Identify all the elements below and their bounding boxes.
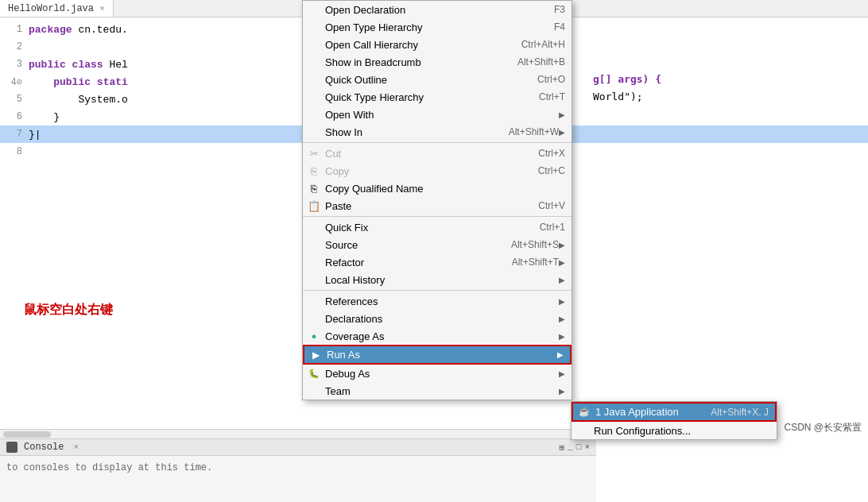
- line-num-3: 3: [3, 59, 22, 70]
- menu-item-open-declaration-label: Open Declaration: [325, 4, 554, 16]
- menu-item-run-as[interactable]: ▶ Run As ▶: [303, 345, 572, 365]
- menu-item-open-type-hierarchy-shortcut: F4: [554, 21, 565, 33]
- menu-item-open-call-hierarchy-label: Open Call Hierarchy: [325, 39, 521, 51]
- menu-item-open-type-hierarchy[interactable]: Open Type Hierarchy F4: [303, 18, 572, 36]
- menu-item-open-type-hierarchy-label: Open Type Hierarchy: [325, 21, 554, 33]
- menu-item-show-breadcrumb-shortcut: Alt+Shift+B: [517, 56, 565, 68]
- menu-item-cut-label: Cut: [325, 148, 538, 160]
- console-toolbar: ⊞ _ □ ×: [560, 442, 590, 453]
- menu-item-show-in-label: Show In: [325, 126, 509, 138]
- menu-item-debug-as[interactable]: 🐛 Debug As ▶: [303, 365, 572, 382]
- menu-item-copy-qualified-name-label: Copy Qualified Name: [325, 183, 565, 195]
- menu-item-show-breadcrumb[interactable]: Show in Breadcrumb Alt+Shift+B: [303, 53, 572, 71]
- line-num-2: 2: [3, 41, 22, 52]
- menu-item-show-breadcrumb-label: Show in Breadcrumb: [325, 56, 517, 68]
- paste-icon: 📋: [306, 200, 322, 212]
- menu-item-cut[interactable]: ✂ Cut Ctrl+X: [303, 145, 572, 162]
- right-line-2: [590, 35, 868, 52]
- menu-item-run-as-label: Run As: [327, 349, 557, 361]
- menu-item-quick-fix-label: Quick Fix: [325, 222, 540, 234]
- menu-item-declarations[interactable]: Declarations ▶: [303, 310, 572, 327]
- menu-item-refactor-shortcut: Alt+Shift+T: [512, 257, 559, 268]
- menu-item-open-declaration[interactable]: Open Declaration F3: [303, 1, 572, 18]
- menu-item-source-arrow: ▶: [559, 241, 565, 249]
- submenu-run-configurations[interactable]: Run Configurations...: [572, 422, 777, 439]
- right-line-3: [590, 52, 868, 70]
- editor-tab[interactable]: HelloWorld.java ×: [0, 0, 114, 17]
- menu-item-paste-shortcut: Ctrl+V: [538, 200, 565, 211]
- run-icon: ▶: [308, 349, 324, 361]
- submenu-java-application[interactable]: ☕ 1 Java Application Alt+Shift+X, J: [572, 402, 777, 422]
- menu-item-debug-as-label: Debug As: [325, 368, 559, 380]
- menu-item-open-with-label: Open With: [325, 109, 559, 121]
- menu-item-coverage-as-label: Coverage As: [325, 330, 559, 342]
- separator-1: [303, 142, 572, 143]
- console-text: to consoles to display at this time.: [6, 462, 212, 473]
- console-btn-4[interactable]: ×: [584, 442, 590, 453]
- copy-icon: ⎘: [306, 165, 322, 177]
- console-tab-close[interactable]: ×: [73, 442, 79, 452]
- menu-item-run-as-arrow: ▶: [557, 350, 564, 359]
- console-btn-1[interactable]: ⊞: [560, 442, 565, 453]
- menu-item-references[interactable]: References ▶: [303, 292, 572, 310]
- menu-item-show-in-shortcut: Alt+Shift+W: [509, 126, 559, 137]
- menu-item-copy-label: Copy: [325, 165, 538, 177]
- line-num-7: 7: [3, 129, 22, 140]
- menu-item-quick-fix-shortcut: Ctrl+1: [540, 222, 565, 233]
- console-icon: [6, 442, 17, 453]
- menu-item-copy-shortcut: Ctrl+C: [538, 165, 565, 176]
- menu-item-paste[interactable]: 📋 Paste Ctrl+V: [303, 197, 572, 214]
- menu-item-copy[interactable]: ⎘ Copy Ctrl+C: [303, 162, 572, 180]
- menu-item-refactor[interactable]: Refactor Alt+Shift+T ▶: [303, 253, 572, 271]
- menu-item-open-call-hierarchy-shortcut: Ctrl+Alt+H: [521, 39, 565, 50]
- menu-item-local-history-arrow: ▶: [559, 276, 565, 284]
- menu-item-quick-fix[interactable]: Quick Fix Ctrl+1: [303, 218, 572, 236]
- console-content: to consoles to display at this time.: [0, 456, 596, 480]
- menu-item-references-arrow: ▶: [559, 297, 565, 306]
- menu-item-coverage-as-arrow: ▶: [559, 332, 565, 341]
- console-tab-label[interactable]: Console: [24, 442, 64, 453]
- coverage-icon: ●: [306, 331, 322, 341]
- debug-icon: 🐛: [306, 369, 322, 379]
- menu-item-quick-type-hierarchy[interactable]: Quick Type Hierarchy Ctrl+T: [303, 88, 572, 106]
- h-scrollbar[interactable]: [0, 429, 596, 438]
- console-btn-2[interactable]: _: [568, 442, 573, 453]
- tab-close[interactable]: ×: [99, 4, 105, 14]
- menu-item-quick-outline[interactable]: Quick Outline Ctrl+O: [303, 71, 572, 88]
- bottom-panel: Console × ⊞ _ □ × to consoles to display…: [0, 438, 596, 502]
- menu-item-refactor-label: Refactor: [325, 257, 512, 268]
- cut-icon: ✂: [306, 148, 322, 160]
- menu-item-declarations-arrow: ▶: [559, 315, 565, 323]
- menu-item-source[interactable]: Source Alt+Shift+S ▶: [303, 236, 572, 253]
- line-num-6: 6: [3, 111, 22, 122]
- context-menu: Open Declaration F3 Open Type Hierarchy …: [302, 0, 572, 400]
- line-num-5: 5: [3, 94, 22, 105]
- menu-item-open-call-hierarchy[interactable]: Open Call Hierarchy Ctrl+Alt+H: [303, 36, 572, 53]
- submenu-java-application-label: 1 Java Application: [595, 406, 711, 418]
- menu-item-quick-type-hierarchy-shortcut: Ctrl+T: [539, 91, 565, 102]
- tab-label: HelloWorld.java: [8, 3, 94, 14]
- menu-item-show-in[interactable]: Show In Alt+Shift+W ▶: [303, 123, 572, 141]
- menu-item-local-history[interactable]: Local History ▶: [303, 271, 572, 288]
- menu-item-team-label: Team: [325, 385, 559, 397]
- menu-item-coverage-as[interactable]: ● Coverage As ▶: [303, 327, 572, 345]
- menu-item-team[interactable]: Team ▶: [303, 382, 572, 400]
- right-line-1: [590, 17, 868, 35]
- watermark: CSDN @长安紫置: [784, 421, 862, 434]
- run-as-submenu: ☕ 1 Java Application Alt+Shift+X, J Run …: [571, 401, 777, 440]
- annotation-text: 鼠标空白处右键: [24, 302, 113, 319]
- right-code-area: g[] args) { World");: [590, 17, 868, 105]
- h-scroll-thumb[interactable]: [3, 431, 51, 438]
- submenu-run-configurations-label: Run Configurations...: [594, 425, 770, 437]
- java-app-icon: ☕: [576, 407, 592, 417]
- menu-item-copy-qualified-name[interactable]: ⎘ Copy Qualified Name: [303, 180, 572, 197]
- copy-qualified-name-icon: ⎘: [306, 183, 322, 195]
- menu-item-open-with[interactable]: Open With ▶: [303, 106, 572, 123]
- menu-item-team-arrow: ▶: [559, 387, 565, 396]
- console-tab-bar: Console × ⊞ _ □ ×: [0, 439, 596, 456]
- menu-item-quick-type-hierarchy-label: Quick Type Hierarchy: [325, 91, 539, 103]
- right-line-5: World");: [590, 87, 868, 105]
- console-btn-3[interactable]: □: [576, 442, 582, 453]
- menu-item-source-shortcut: Alt+Shift+S: [511, 239, 559, 250]
- menu-item-cut-shortcut: Ctrl+X: [538, 148, 565, 159]
